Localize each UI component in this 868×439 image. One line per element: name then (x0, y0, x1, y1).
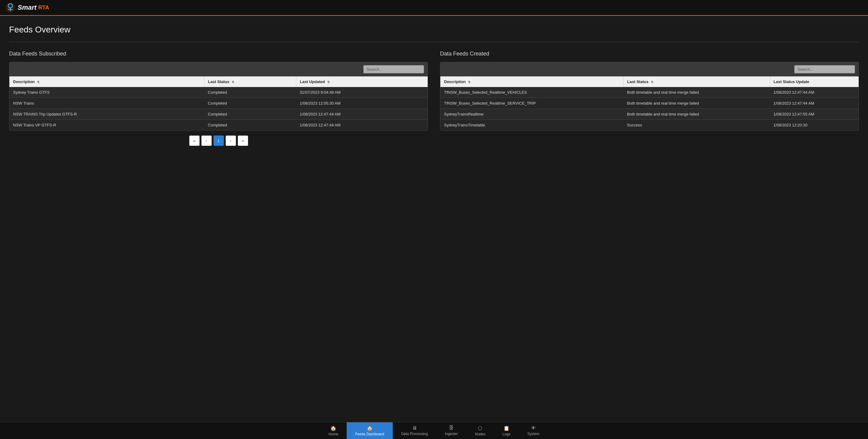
row-last-status: Completed (204, 120, 296, 131)
pagination-first[interactable]: « (189, 135, 199, 146)
table-row: TfNSW_Buses_Selected_Realtime_SERVICE_TR… (440, 98, 859, 109)
nav-ingester-label: Ingester (445, 432, 458, 436)
logo-smart-text: Smart (18, 4, 36, 11)
row-last-status: Both timetable and real time merge faile… (624, 87, 770, 98)
subscribed-col-description[interactable]: Description ⇅ (9, 76, 204, 87)
row-last-status: Both timetable and real time merge faile… (624, 109, 770, 120)
table-row: SydneyTrainsTimetable Success 1/08/2023 … (440, 120, 859, 131)
created-table-wrapper: Description ⇅ Last Status ⇅ Last Status … (440, 62, 859, 131)
nav-system[interactable]: 👁 System (519, 422, 548, 439)
logs-icon: 📋 (503, 426, 509, 431)
row-description: TfNSW_Buses_Selected_Realtime_VEHICLES (440, 87, 624, 98)
nav-ingester[interactable]: 🗄 Ingester (436, 422, 466, 439)
row-last-updated: 31/07/2023 9:04:48 AM (296, 87, 428, 98)
subscribed-section-title: Data Feeds Subscribed (9, 51, 428, 57)
created-section-title: Data Feeds Created (440, 51, 859, 57)
subscribed-search-bar (9, 62, 428, 76)
nav-logs[interactable]: 📋 Logs (494, 422, 519, 439)
row-description: NSW TRAINS Trip Updates GTFS-R (9, 109, 204, 120)
sort-icon-status: ⇅ (232, 80, 234, 84)
nav-feeds-dashboard[interactable]: 🏠 Feeds Dashboard (347, 422, 393, 439)
row-last-updated: 1/08/2023 12:47:44 AM (296, 109, 428, 120)
created-table: Description ⇅ Last Status ⇅ Last Status … (440, 76, 859, 130)
row-description: TfNSW_Buses_Selected_Realtime_SERVICE_TR… (440, 98, 624, 109)
row-last-status-update: 1/08/2023 12:20:30 (770, 120, 859, 131)
created-table-header-row: Description ⇅ Last Status ⇅ Last Status … (440, 76, 859, 87)
row-description: SydneyTrainsTimetable (440, 120, 624, 131)
table-row: TfNSW_Buses_Selected_Realtime_VEHICLES B… (440, 87, 859, 98)
nav-system-label: System (527, 432, 539, 436)
system-icon: 👁 (531, 426, 536, 431)
pagination-next[interactable]: › (226, 135, 236, 146)
created-col-last-status[interactable]: Last Status ⇅ (624, 76, 770, 87)
row-last-status-update: 1/08/2023 12:47:55 AM (770, 109, 859, 120)
table-row: NSW Trains VP GTFS-R Completed 1/08/2023… (9, 120, 428, 131)
pagination-prev[interactable]: ‹ (202, 135, 212, 146)
row-last-status: Success (624, 120, 770, 131)
data-processing-icon: 🖥 (412, 426, 417, 431)
row-last-status-update: 1/08/2023 12:47:44 AM (770, 98, 859, 109)
nodes-icon: ⬡ (478, 426, 482, 431)
nav-data-processing[interactable]: 🖥 Data Processing (393, 422, 436, 439)
row-last-updated: 1/08/2023 12:05:30 AM (296, 98, 428, 109)
ingester-icon: 🗄 (449, 426, 454, 431)
subscribed-section: Data Feeds Subscribed Description ⇅ La (9, 51, 428, 146)
row-last-status: Completed (204, 109, 296, 120)
main-content: Feeds Overview Data Feeds Subscribed Des… (0, 16, 868, 422)
subscribed-table: Description ⇅ Last Status ⇅ Last Updated… (9, 76, 428, 130)
subscribed-col-last-status[interactable]: Last Status ⇅ (204, 76, 296, 87)
nav-nodes-label: Nodes (475, 432, 486, 436)
row-last-updated: 1/08/2023 12:47:44 AM (296, 120, 428, 131)
subscribed-pagination: « ‹ 1 › » (9, 135, 428, 146)
subscribed-table-header-row: Description ⇅ Last Status ⇅ Last Updated… (9, 76, 428, 87)
table-row: NSW TRAINS Trip Updates GTFS-R Completed… (9, 109, 428, 120)
logo: Smart RTA (5, 2, 49, 13)
feeds-dashboard-icon: 🏠 (367, 426, 373, 431)
created-col-description[interactable]: Description ⇅ (440, 76, 624, 87)
sort-icon-description: ⇅ (37, 80, 39, 84)
created-section: Data Feeds Created Description ⇅ Last (440, 51, 859, 146)
logo-icon (5, 2, 16, 13)
table-row: SydneyTrainsRealtime Both timetable and … (440, 109, 859, 120)
table-row: Sydney Trains GTFS Completed 31/07/2023 … (9, 87, 428, 98)
pagination-current[interactable]: 1 (214, 135, 224, 146)
subscribed-search-input[interactable] (363, 65, 424, 73)
row-last-status-update: 1/08/2023 12:47:44 AM (770, 87, 859, 98)
nav-data-processing-label: Data Processing (401, 432, 428, 436)
nav-feeds-dashboard-label: Feeds Dashboard (355, 432, 384, 436)
subscribed-table-wrapper: Description ⇅ Last Status ⇅ Last Updated… (9, 62, 428, 131)
created-search-input[interactable] (794, 65, 855, 73)
nav-nodes[interactable]: ⬡ Nodes (466, 422, 494, 439)
home-icon: 🏠 (330, 426, 336, 431)
logo-rta-text: RTA (38, 4, 49, 11)
row-description: Sydney Trains GTFS (9, 87, 204, 98)
section-divider (9, 42, 859, 42)
sort-icon-updated: ⇅ (327, 80, 330, 84)
pagination-last[interactable]: » (238, 135, 248, 146)
nav-home-label: Home (329, 432, 338, 436)
row-description: SydneyTrainsRealtime (440, 109, 624, 120)
page-title: Feeds Overview (9, 25, 859, 35)
table-row: NSW Trains Completed 1/08/2023 12:05:30 … (9, 98, 428, 109)
created-col-last-status-update[interactable]: Last Status Update (770, 76, 859, 87)
sort-icon-created-desc: ⇅ (468, 80, 470, 84)
sort-icon-created-status: ⇅ (651, 80, 653, 84)
row-last-status: Completed (204, 98, 296, 109)
nav-logs-label: Logs (502, 432, 510, 436)
nav-home[interactable]: 🏠 Home (320, 422, 347, 439)
row-description: NSW Trains (9, 98, 204, 109)
two-column-layout: Data Feeds Subscribed Description ⇅ La (9, 51, 859, 146)
row-description: NSW Trains VP GTFS-R (9, 120, 204, 131)
row-last-status: Both timetable and real time merge faile… (624, 98, 770, 109)
bottom-nav: 🏠 Home 🏠 Feeds Dashboard 🖥 Data Processi… (0, 422, 868, 439)
created-search-bar (440, 62, 859, 76)
row-last-status: Completed (204, 87, 296, 98)
top-nav: Smart RTA (0, 0, 868, 16)
subscribed-col-last-updated[interactable]: Last Updated ⇅ (296, 76, 428, 87)
